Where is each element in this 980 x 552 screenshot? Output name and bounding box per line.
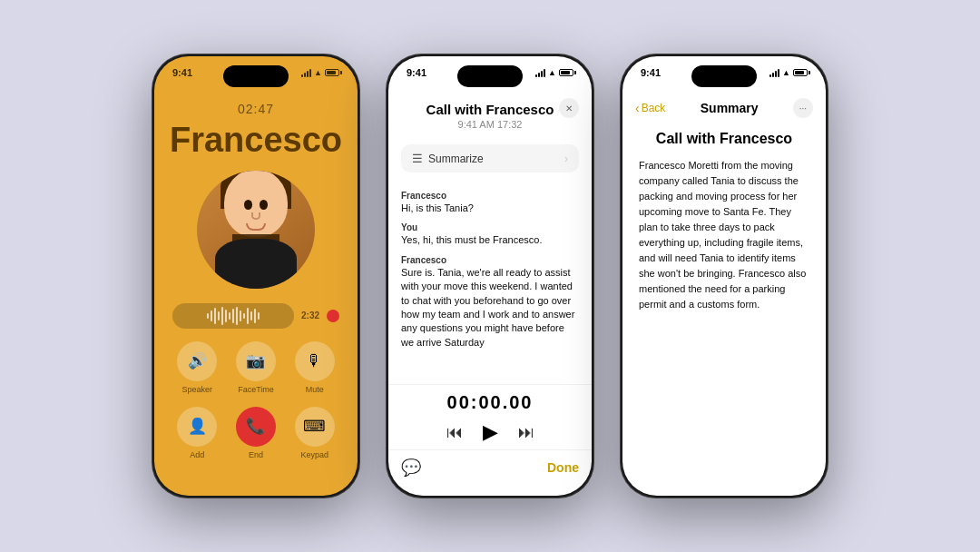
memoji-eye-right [260, 200, 268, 210]
dynamic-island-3 [691, 65, 757, 87]
wifi-icon-2: ▲ [548, 68, 556, 77]
rewind-button[interactable]: ⏮ [446, 423, 463, 442]
add-button[interactable]: 👤 Add [174, 407, 220, 459]
back-label: Back [642, 102, 666, 114]
transcript-title: Call with Francesco [405, 102, 575, 118]
end-call-icon[interactable]: 📞 [236, 407, 276, 447]
summary-content: Call with Francesco Francesco Moretti fr… [622, 125, 826, 496]
summarize-icon: ☰ [412, 152, 423, 165]
phone-transcript: 9:41 ▲ Call with Francesco 9:41 AM 17:32… [386, 54, 594, 498]
summary-call-title: Call with Francesco [639, 131, 809, 147]
memoji-body [215, 239, 297, 289]
facetime-icon[interactable]: 📷 [236, 341, 276, 381]
status-time-3: 9:41 [641, 67, 661, 78]
battery-icon [325, 69, 339, 76]
waveform-visual [172, 303, 294, 329]
add-icon[interactable]: 👤 [177, 407, 217, 447]
dynamic-island [223, 65, 289, 87]
audio-controls: 00:00.00 ⏮ ▶ ⏭ [388, 384, 592, 449]
done-button[interactable]: Done [547, 460, 579, 475]
audio-timer: 00:00.00 [447, 392, 534, 413]
end-label: End [249, 450, 263, 459]
signal-icon [301, 69, 311, 77]
memoji-head [224, 171, 288, 237]
sender-2: Francesco [401, 255, 579, 265]
message-you: Yes, hi, this must be Francesco. [401, 233, 579, 247]
summary-nav-title: Summary [701, 101, 759, 115]
speaker-button[interactable]: 🔊 Speaker [174, 341, 220, 394]
recording-indicator [327, 310, 339, 322]
keypad-icon[interactable]: ⌨ [295, 407, 335, 447]
chevron-left-icon: ‹ [635, 101, 640, 115]
phone-active-call: 9:41 ▲ 02:47 Francesco [152, 54, 360, 498]
avatar [197, 171, 315, 289]
summarize-button[interactable]: ☰ Summarize › [401, 144, 579, 172]
recording-time: 2:32 [301, 310, 319, 320]
dynamic-island-2 [457, 65, 523, 87]
keypad-label: Keypad [300, 450, 328, 459]
summarize-label: Summarize [428, 153, 484, 165]
summary-text: Francesco Moretti from the moving compan… [639, 158, 809, 312]
close-button[interactable]: ✕ [559, 98, 579, 118]
speaker-icon[interactable]: 🔊 [177, 341, 217, 381]
transcript-messages: Francesco Hi, is this Tania? You Yes, hi… [388, 178, 592, 384]
end-button[interactable]: 📞 End [233, 407, 279, 459]
wifi-icon: ▲ [314, 68, 322, 77]
status-icons-2: ▲ [535, 68, 573, 77]
status-time-1: 9:41 [172, 67, 192, 78]
wifi-icon-3: ▲ [782, 68, 790, 77]
dots-icon: ··· [799, 104, 807, 113]
forward-button[interactable]: ⏭ [518, 423, 534, 442]
transcript-footer: 💬 Done [388, 449, 592, 496]
sender-1: Francesco [401, 191, 579, 201]
waveform-row: 2:32 [154, 303, 358, 329]
back-button[interactable]: ‹ Back [635, 101, 665, 115]
transcript-screen: Call with Francesco 9:41 AM 17:32 ✕ ☰ Su… [388, 56, 592, 496]
chevron-right-icon: › [564, 153, 568, 165]
call-controls: 🔊 Speaker 📷 FaceTime 🎙 Mute 👤 Add 📞 [154, 341, 358, 459]
transcript-subtitle: 9:41 AM 17:32 [405, 119, 575, 130]
battery-icon-3 [793, 69, 808, 76]
status-icons-1: ▲ [301, 68, 339, 77]
message-2: Sure is. Tania, we're all ready to assis… [401, 266, 579, 350]
call-screen: 02:47 Francesco [154, 56, 358, 496]
mute-button[interactable]: 🎙 Mute [291, 341, 338, 394]
summary-screen: ‹ Back Summary ··· Call with Francesco F… [622, 56, 826, 496]
status-time-2: 9:41 [407, 67, 426, 78]
summarize-button-left: ☰ Summarize [412, 152, 484, 165]
play-button[interactable]: ▶ [483, 420, 498, 444]
caller-name: Francesco [170, 122, 342, 160]
message-1: Hi, is this Tania? [401, 202, 579, 215]
battery-icon-2 [559, 69, 573, 76]
facetime-label: FaceTime [238, 385, 274, 394]
sender-you: You [401, 222, 579, 232]
audio-buttons: ⏮ ▶ ⏭ [446, 420, 534, 444]
memoji-nose [251, 212, 260, 220]
mute-label: Mute [306, 385, 324, 394]
add-label: Add [190, 450, 204, 459]
phone-summary: 9:41 ▲ ‹ Back Summary [620, 54, 828, 498]
signal-icon-3 [769, 69, 779, 77]
memoji-mouth [246, 223, 266, 231]
chat-icon[interactable]: 💬 [401, 458, 421, 478]
keypad-button[interactable]: ⌨ Keypad [291, 407, 338, 459]
mute-icon[interactable]: 🎙 [295, 341, 335, 381]
signal-icon-2 [535, 69, 545, 77]
facetime-button[interactable]: 📷 FaceTime [233, 341, 279, 394]
speaker-label: Speaker [182, 385, 213, 394]
call-timer: 02:47 [238, 102, 274, 116]
status-icons-3: ▲ [769, 68, 808, 77]
options-button[interactable]: ··· [793, 98, 813, 118]
memoji-eye-left [244, 200, 252, 210]
memoji-avatar [201, 171, 310, 289]
